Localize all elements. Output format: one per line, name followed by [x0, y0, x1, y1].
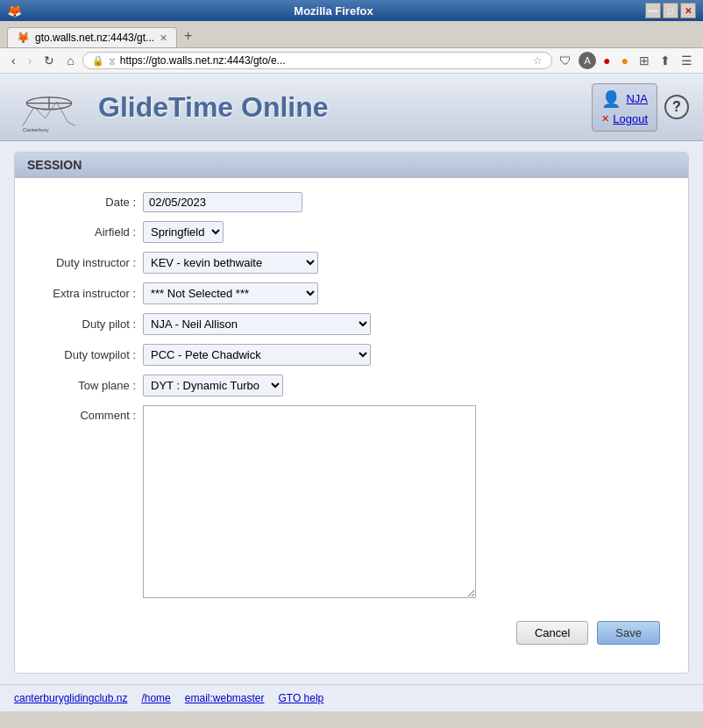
session-header: SESSION: [15, 153, 688, 178]
duty-instructor-row: Duty instructor : KEV - kevin bethwaite: [29, 252, 674, 274]
extra-instructor-label: Extra instructor :: [29, 287, 143, 300]
duty-pilot-label: Duty pilot :: [29, 318, 143, 331]
footer-link-cgc[interactable]: canterburyglidingclub.nz: [14, 692, 127, 704]
logout-x-icon: ✕: [601, 113, 609, 125]
help-button[interactable]: ?: [664, 95, 689, 119]
maximize-button[interactable]: □: [663, 3, 678, 18]
url-scheme-icon: ⧖: [109, 55, 116, 67]
browser-toolbar: ‹ › ↻ ⌂ 🔒 ⧖ ☆ 🛡 A ● ● ⊞ ⬆ ☰: [0, 48, 703, 74]
user-name-link[interactable]: NJA: [626, 92, 648, 105]
refresh-button[interactable]: ↻: [39, 52, 59, 69]
duty-towpilot-select[interactable]: PCC - Pete Chadwick: [143, 344, 371, 366]
user-avatar-icon: 👤: [601, 89, 621, 109]
airfield-select[interactable]: Springfield: [143, 221, 224, 243]
back-button[interactable]: ‹: [7, 52, 20, 69]
duty-towpilot-row: Duty towpilot : PCC - Pete Chadwick: [29, 344, 674, 366]
address-bar[interactable]: 🔒 ⧖ ☆: [82, 52, 552, 69]
minimize-button[interactable]: —: [645, 3, 661, 18]
logout-row: ✕ Logout: [601, 112, 648, 125]
user-row: 👤 NJA: [601, 89, 648, 109]
window-controls: — □ ✕: [645, 3, 696, 18]
duty-instructor-label: Duty instructor :: [29, 256, 143, 269]
duty-towpilot-label: Duty towpilot :: [29, 348, 143, 361]
menu-icon[interactable]: ☰: [678, 52, 696, 69]
extra-instructor-row: Extra instructor : *** Not Selected ***: [29, 282, 674, 304]
app-footer: canterburyglidingclub.nz /home email:web…: [0, 684, 703, 711]
window-icon: 🦊: [7, 4, 22, 18]
app-title: GlideTime Online: [98, 91, 578, 124]
date-row: Date :: [29, 192, 674, 212]
logout-link[interactable]: Logout: [613, 112, 648, 125]
bookmark-icon[interactable]: ☆: [533, 54, 543, 67]
footer-link-email[interactable]: email:webmaster: [185, 692, 265, 704]
comment-row: Comment :: [29, 405, 674, 598]
session-body: Date : Airfield : Springfield Duty instr…: [15, 178, 688, 673]
svg-text:Canterbury: Canterbury: [23, 127, 49, 132]
date-input[interactable]: [143, 192, 302, 212]
date-label: Date :: [29, 196, 143, 209]
comment-label: Comment :: [29, 405, 143, 422]
session-panel: SESSION Date : Airfield : Springfield Du…: [14, 152, 689, 674]
button-row: Cancel Save: [29, 607, 674, 659]
window-title: Mozilla Firefox: [22, 4, 645, 18]
browser-toolbar-icons: 🛡 A ● ● ⊞ ⬆ ☰: [556, 52, 696, 69]
shield-icon[interactable]: 🛡: [556, 52, 575, 69]
extension-icon-2[interactable]: ●: [618, 52, 632, 69]
main-content: SESSION Date : Airfield : Springfield Du…: [0, 141, 703, 684]
app-header: Canterbury GlidingClub GlideTime Online …: [0, 74, 703, 141]
browser-tabs: 🦊 gto.walls.net.nz:4443/gt... ✕ +: [0, 21, 703, 48]
airfield-label: Airfield :: [29, 225, 143, 239]
save-button[interactable]: Save: [597, 621, 660, 645]
new-tab-button[interactable]: +: [177, 25, 199, 47]
footer-link-home[interactable]: /home: [141, 692, 170, 704]
tow-plane-row: Tow plane : DYT : Dynamic Turbo: [29, 375, 674, 396]
tab-close-button[interactable]: ✕: [160, 32, 167, 44]
footer-link-gtohelp[interactable]: GTO help: [278, 692, 323, 704]
tab-favicon: 🦊: [17, 32, 30, 44]
logo-svg: Canterbury GlidingClub: [14, 81, 84, 133]
duty-instructor-select[interactable]: KEV - kevin bethwaite: [143, 252, 318, 274]
active-tab[interactable]: 🦊 gto.walls.net.nz:4443/gt... ✕: [7, 27, 177, 47]
grid-icon[interactable]: ⊞: [636, 52, 653, 69]
airfield-row: Airfield : Springfield: [29, 221, 674, 243]
extra-instructor-select[interactable]: *** Not Selected ***: [143, 282, 318, 304]
lock-icon: 🔒: [92, 55, 104, 67]
duty-pilot-select[interactable]: NJA - Neil Allison: [143, 313, 371, 335]
home-button[interactable]: ⌂: [62, 52, 78, 69]
close-button[interactable]: ✕: [680, 3, 696, 18]
window-titlebar: 🦊 Mozilla Firefox — □ ✕: [0, 0, 703, 21]
account-icon[interactable]: A: [579, 52, 596, 69]
user-panel: 👤 NJA ✕ Logout: [592, 83, 657, 132]
tow-plane-label: Tow plane :: [29, 379, 143, 392]
tab-label: gto.walls.net.nz:4443/gt...: [35, 32, 154, 44]
extension-icon-1[interactable]: ●: [600, 52, 614, 69]
app-logo: Canterbury GlidingClub: [14, 81, 84, 133]
tow-plane-select[interactable]: DYT : Dynamic Turbo: [143, 375, 283, 396]
upload-icon[interactable]: ⬆: [657, 52, 674, 69]
forward-button[interactable]: ›: [24, 52, 37, 69]
cancel-button[interactable]: Cancel: [516, 621, 588, 645]
comment-textarea[interactable]: [143, 405, 476, 598]
url-input[interactable]: [120, 54, 529, 67]
duty-pilot-row: Duty pilot : NJA - Neil Allison: [29, 313, 674, 335]
